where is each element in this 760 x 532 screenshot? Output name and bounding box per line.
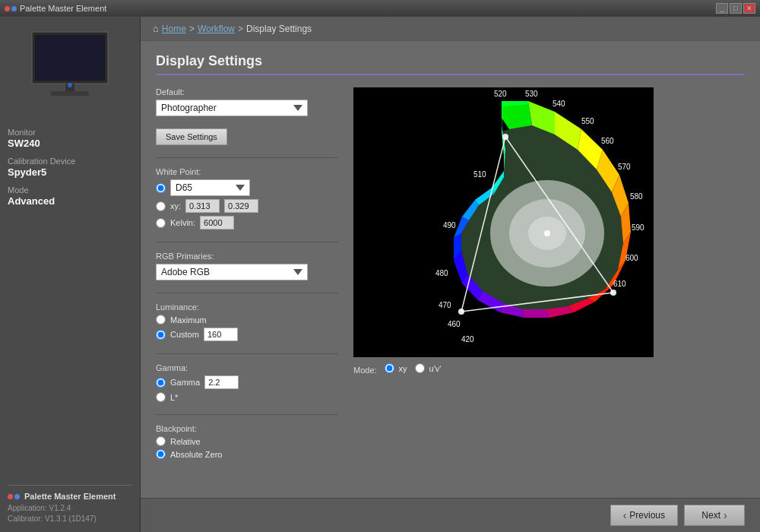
mode-value: Advanced [8, 195, 132, 207]
mode-label: Mode: [353, 366, 377, 375]
svg-point-101 [544, 230, 550, 236]
next-button[interactable]: Next › [684, 505, 745, 526]
page-title: Display Settings [156, 53, 745, 75]
breadcrumb-workflow-link[interactable]: Workflow [198, 24, 235, 34]
blackpoint-relative-group: Relative [156, 436, 338, 446]
breadcrumb-current: Display Settings [246, 24, 312, 34]
luminance-maximum-label: Maximum [170, 315, 207, 325]
monitor-image [21, 24, 119, 108]
svg-text:470: 470 [439, 301, 451, 309]
settings-row: Default: Photographer Video Custom Save … [156, 87, 745, 471]
footer-app-name: Palette Master Element [24, 492, 116, 501]
title-dot-blue [11, 6, 17, 11]
titlebar-controls[interactable]: _ □ ✕ [716, 3, 755, 14]
divider1 [156, 157, 338, 158]
rgb-primaries-label: RGB Primaries: [156, 252, 338, 261]
svg-text:590: 590 [632, 223, 644, 232]
svg-point-102 [502, 134, 508, 140]
white-point-xy-group: xy: [156, 199, 338, 213]
white-point-kelvin-radio[interactable] [156, 218, 166, 228]
luminance-group: Luminance: Maximum Custom [156, 302, 338, 341]
mode-label: Mode [8, 185, 132, 195]
blackpoint-absolute-radio[interactable] [156, 449, 166, 459]
white-point-select-radio[interactable] [156, 183, 166, 193]
maximize-button[interactable]: □ [730, 3, 742, 14]
gamma-group: Gamma: Gamma L* [156, 363, 338, 402]
mode-xy-radio[interactable] [385, 363, 394, 373]
footer-app-version: Application: V1.2.4 [8, 503, 132, 514]
gamma-value-group: Gamma [156, 375, 338, 389]
svg-text:540: 540 [553, 100, 565, 108]
xy-x-input[interactable] [185, 199, 220, 213]
breadcrumb-sep2: > [238, 24, 243, 34]
breadcrumb-home-link[interactable]: Home [162, 24, 186, 34]
divider3 [156, 293, 338, 293]
footer-logo-dots [8, 494, 20, 499]
luminance-maximum-radio[interactable] [156, 315, 166, 325]
default-select[interactable]: Photographer Video Custom [156, 100, 308, 116]
gamma-label: Gamma: [156, 363, 338, 372]
gamma-lstar-label: L* [170, 393, 178, 402]
kelvin-input[interactable] [200, 216, 234, 230]
monitor-label: Monitor [8, 128, 132, 137]
luminance-custom-radio[interactable] [156, 330, 166, 340]
next-arrow-icon: › [724, 509, 727, 521]
divider4 [156, 353, 338, 354]
divider2 [156, 242, 338, 242]
titlebar-left: Palette Master Element [5, 4, 106, 13]
mode-uv-group: u'v' [415, 363, 442, 373]
gamma-value-input[interactable] [204, 375, 239, 389]
blackpoint-absolute-group: Absolute Zero [156, 449, 338, 459]
close-button[interactable]: ✕ [743, 3, 755, 14]
title-dot-red [5, 6, 10, 11]
footer-dot-blue [14, 494, 20, 499]
main-scroll: Display Settings Default: Photographer V… [141, 41, 760, 498]
svg-text:530: 530 [525, 90, 538, 98]
titlebar: Palette Master Element _ □ ✕ [0, 0, 760, 17]
gamma-lstar-radio[interactable] [156, 392, 166, 402]
mode-xy-label: xy [399, 364, 407, 373]
content-area: ⌂ Home > Workflow > Display Settings Dis… [141, 17, 760, 532]
gamma-lstar-group: L* [156, 392, 338, 402]
blackpoint-relative-radio[interactable] [156, 436, 166, 446]
mode-uv-label: u'v' [429, 364, 442, 373]
next-label: Next [701, 510, 720, 521]
mode-row: Mode: xy u'v' [353, 363, 745, 376]
divider5 [156, 414, 338, 415]
luminance-custom-input[interactable] [204, 328, 238, 341]
mode-xy-group: xy [385, 363, 407, 373]
svg-text:610: 610 [613, 280, 626, 288]
bottom-bar: ‹ Previous Next › [141, 498, 760, 532]
svg-rect-4 [51, 91, 89, 96]
svg-text:520: 520 [494, 90, 507, 98]
calibration-value: Spyder5 [8, 166, 132, 178]
save-settings-button[interactable]: Save Settings [156, 128, 227, 145]
footer-dot-red [8, 494, 13, 499]
xy-y-input[interactable] [224, 199, 258, 213]
sidebar-info: Monitor SW240 Calibration Device Spyder5… [8, 120, 132, 479]
chromaticity-diagram: 520 530 540 550 560 570 580 590 600 610 … [353, 87, 654, 357]
rgb-primaries-group: RGB Primaries: Adobe RGB sRGB DCI-P3 Cus… [156, 252, 338, 280]
rgb-primaries-select[interactable]: Adobe RGB sRGB DCI-P3 Custom [156, 264, 308, 280]
white-point-select[interactable]: D65 D50 D55 D75 Native [170, 179, 250, 196]
luminance-maximum-group: Maximum [156, 315, 338, 325]
sidebar: Monitor SW240 Calibration Device Spyder5… [0, 17, 141, 532]
white-point-xy-radio[interactable] [156, 201, 166, 211]
mode-uv-radio[interactable] [415, 363, 425, 373]
gamma-value-label: Gamma [170, 378, 200, 387]
luminance-custom-label: Custom [170, 330, 199, 339]
home-icon: ⌂ [153, 23, 159, 34]
footer-calibrator-version: Calibrator: V1.3.1 (1D147) [8, 514, 132, 524]
svg-marker-64 [522, 309, 549, 318]
svg-rect-2 [36, 36, 104, 80]
settings-right: 520 530 540 550 560 570 580 590 600 610 … [353, 87, 745, 471]
blackpoint-label: Blackpoint: [156, 424, 338, 433]
svg-point-103 [610, 290, 616, 296]
minimize-button[interactable]: _ [716, 3, 728, 14]
svg-text:460: 460 [448, 320, 461, 328]
gamma-value-radio[interactable] [156, 378, 166, 388]
white-point-kelvin-group: Kelvin: [156, 216, 338, 230]
previous-button[interactable]: ‹ Previous [610, 505, 678, 526]
svg-point-104 [458, 309, 464, 315]
default-group: Default: Photographer Video Custom [156, 87, 338, 116]
